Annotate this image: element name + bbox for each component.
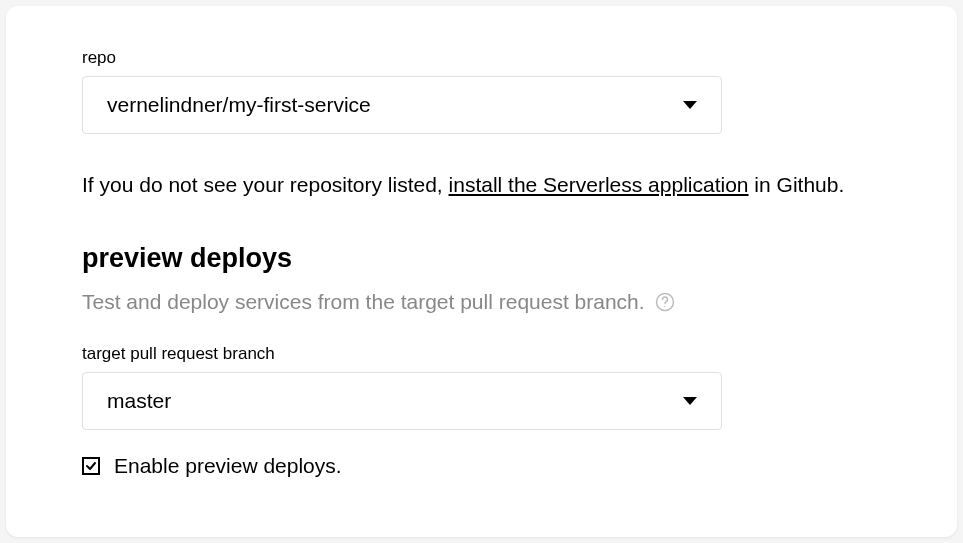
enable-preview-label: Enable preview deploys. [114,454,342,478]
preview-deploys-subtext: Test and deploy services from the target… [82,290,645,314]
branch-select[interactable]: master [82,372,722,430]
repo-select-value: vernelindner/my-first-service [107,93,371,117]
repo-label: repo [82,48,881,68]
install-app-link[interactable]: install the Serverless application [449,173,749,196]
enable-preview-checkbox[interactable] [82,457,100,475]
caret-down-icon [683,101,697,109]
help-text-prefix: If you do not see your repository listed… [82,173,449,196]
caret-down-icon [683,397,697,405]
branch-label: target pull request branch [82,344,881,364]
enable-preview-checkbox-row: Enable preview deploys. [82,454,881,478]
question-circle-icon[interactable] [655,292,675,312]
branch-select-value: master [107,389,171,413]
repo-help-text: If you do not see your repository listed… [82,170,881,199]
preview-deploys-heading: preview deploys [82,243,881,274]
branch-select-wrapper: master [82,372,722,430]
repo-select-wrapper: vernelindner/my-first-service [82,76,722,134]
svg-point-1 [664,306,665,307]
settings-card: repo vernelindner/my-first-service If yo… [6,6,957,537]
repo-select[interactable]: vernelindner/my-first-service [82,76,722,134]
help-text-suffix: in Github. [749,173,845,196]
preview-deploys-subtext-row: Test and deploy services from the target… [82,290,881,314]
